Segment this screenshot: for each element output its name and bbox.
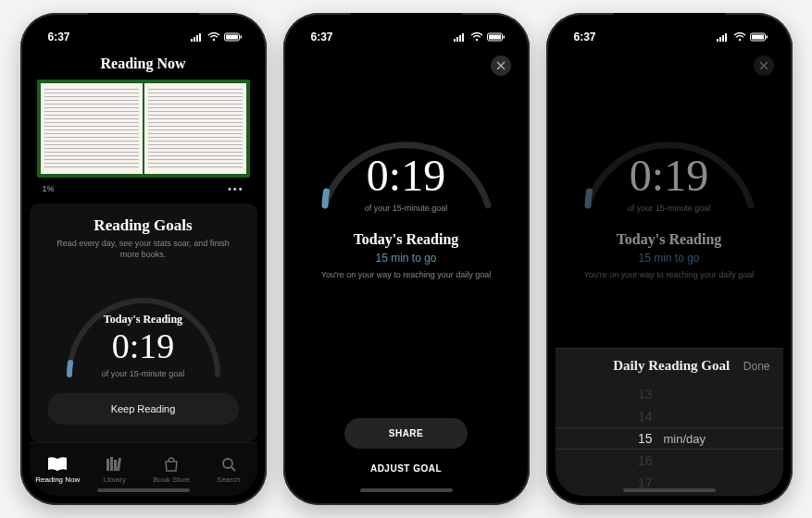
adjust-goal-button[interactable]: ADJUST GOAL xyxy=(370,458,442,483)
phone-frame-1: 6:37 Reading Now xyxy=(20,13,267,505)
close-icon xyxy=(759,61,768,70)
action-buttons: SHARE ADJUST GOAL xyxy=(293,418,520,483)
phone-frame-2: 6:37 0:19 of your 15-minute goal xyxy=(283,13,530,505)
picker-option-selected[interactable]: 15 xyxy=(638,429,653,448)
svg-rect-25 xyxy=(725,33,727,42)
svg-rect-7 xyxy=(240,36,242,39)
svg-rect-9 xyxy=(110,457,113,471)
tab-label: Library xyxy=(104,475,126,484)
close-button[interactable] xyxy=(491,56,511,76)
battery-icon xyxy=(750,32,768,42)
reading-goals-section: Reading Goals Read every day, see your s… xyxy=(30,204,257,442)
share-button[interactable]: SHARE xyxy=(344,418,468,449)
remaining-label: 15 min to go xyxy=(375,252,436,265)
svg-rect-21 xyxy=(503,36,505,39)
svg-rect-28 xyxy=(752,35,764,40)
picker-option[interactable]: 13 xyxy=(638,385,653,403)
tab-reading-now[interactable]: Reading Now xyxy=(30,443,87,496)
notch xyxy=(88,13,199,33)
today-reading-title: Today's Reading xyxy=(354,231,459,248)
svg-point-4 xyxy=(212,39,214,41)
wifi-icon xyxy=(733,32,746,42)
battery-icon xyxy=(224,32,243,42)
tab-label: Book Store xyxy=(153,475,190,484)
status-right xyxy=(717,32,768,42)
content-detail: 0:19 of your 15-minute goal Today's Read… xyxy=(293,52,520,496)
picker-title: Daily Reading Goal xyxy=(600,358,743,374)
gauge-time: 0:19 xyxy=(367,154,445,198)
svg-rect-6 xyxy=(226,35,238,40)
svg-rect-29 xyxy=(766,36,768,39)
reading-gauge[interactable]: Today's Reading 0:19 of your 15-minute g… xyxy=(51,273,236,380)
book-cover[interactable] xyxy=(37,80,250,178)
svg-rect-2 xyxy=(196,35,198,42)
wifi-icon xyxy=(207,32,220,42)
goal-picker-panel: Daily Reading Goal Done 13 14 15 16 17 m… xyxy=(556,348,783,496)
library-icon xyxy=(105,456,125,473)
svg-rect-3 xyxy=(199,33,201,42)
status-time: 6:37 xyxy=(574,31,596,43)
svg-point-26 xyxy=(738,39,740,41)
svg-rect-23 xyxy=(719,37,721,42)
signal-icon xyxy=(454,32,467,42)
picker-unit-label: min/day xyxy=(664,432,706,446)
picker-option[interactable]: 14 xyxy=(638,407,653,426)
screen-reading-now: 6:37 Reading Now xyxy=(30,22,257,496)
notch xyxy=(614,13,725,33)
keep-reading-button[interactable]: Keep Reading xyxy=(47,393,240,425)
phone-frame-3: 6:37 0:19 of your 15-minute goal xyxy=(546,13,793,505)
battery-icon xyxy=(487,32,506,42)
close-button[interactable] xyxy=(754,56,774,76)
today-reading-title: Today's Reading xyxy=(617,231,722,248)
gauge-inner: 0:19 of your 15-minute goal xyxy=(568,85,771,215)
gauge-inner: 0:19 of your 15-minute goal xyxy=(305,85,508,215)
status-right xyxy=(191,32,243,42)
goals-subtitle: Read every day, see your stats soar, and… xyxy=(51,239,236,260)
close-icon xyxy=(496,61,506,70)
done-button[interactable]: Done xyxy=(743,360,770,373)
home-indicator xyxy=(623,488,716,492)
svg-rect-16 xyxy=(459,35,461,42)
svg-rect-10 xyxy=(114,460,117,471)
book-row xyxy=(30,80,257,178)
gauge-subtitle: of your 15-minute goal xyxy=(628,204,711,213)
svg-rect-24 xyxy=(722,35,724,42)
screen-goal-picker: 6:37 0:19 of your 15-minute goal xyxy=(556,22,783,496)
notch xyxy=(351,13,462,33)
picker-option[interactable]: 16 xyxy=(638,451,653,470)
today-reading-label: Today's Reading xyxy=(104,313,182,327)
status-time: 6:37 xyxy=(311,31,333,43)
svg-rect-14 xyxy=(454,39,456,42)
tab-label: Reading Now xyxy=(35,475,80,484)
picker-column-number[interactable]: 13 14 15 16 17 xyxy=(632,381,658,496)
screen-goal-detail: 6:37 0:19 of your 15-minute goal xyxy=(293,22,520,496)
tab-label: Search xyxy=(217,475,240,484)
book-progress-row: 1% ••• xyxy=(30,178,257,204)
search-icon xyxy=(219,456,239,473)
svg-point-12 xyxy=(223,459,232,468)
picker-header: Daily Reading Goal Done xyxy=(556,349,783,381)
signal-icon xyxy=(191,32,204,42)
reading-gauge-large: 0:19 of your 15-minute goal xyxy=(568,85,771,215)
status-time: 6:37 xyxy=(48,31,70,43)
tab-search[interactable]: Search xyxy=(200,443,257,496)
signal-icon xyxy=(717,32,730,42)
book-page-left xyxy=(41,83,143,174)
more-icon[interactable]: ••• xyxy=(228,183,244,194)
svg-rect-22 xyxy=(717,39,718,42)
status-right xyxy=(454,32,506,42)
encouragement-text: You're on your way to reaching your dail… xyxy=(321,270,492,279)
reading-gauge-large: 0:19 of your 15-minute goal xyxy=(305,85,508,215)
encouragement-text: You're on your way to reaching your dail… xyxy=(584,270,755,279)
svg-point-18 xyxy=(475,39,477,41)
book-page-right xyxy=(144,83,246,174)
gauge-time: 0:19 xyxy=(630,154,708,198)
gauge-inner: Today's Reading 0:19 of your 15-minute g… xyxy=(51,273,236,380)
home-indicator xyxy=(360,488,453,492)
bag-icon xyxy=(161,456,181,473)
home-indicator xyxy=(97,488,190,492)
svg-line-13 xyxy=(231,467,235,471)
gauge-subtitle: of your 15-minute goal xyxy=(102,369,185,378)
goals-title: Reading Goals xyxy=(94,216,192,235)
picker-wheel[interactable]: 13 14 15 16 17 min/day xyxy=(556,381,783,496)
